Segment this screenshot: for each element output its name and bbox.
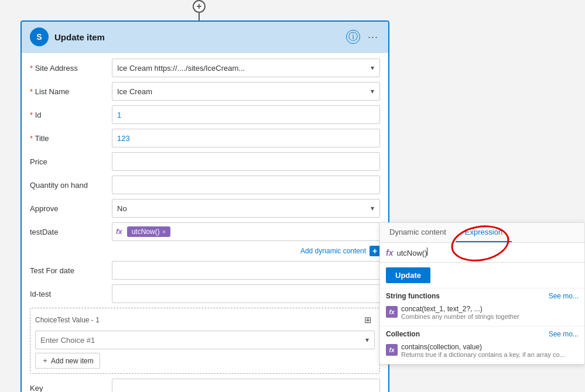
concat-function-item[interactable]: fx concat(text_1, text_2?, ...) Combines…	[386, 302, 579, 322]
expression-input-row: fx utcNow()	[380, 243, 584, 263]
contains-function-item[interactable]: fx contains(collection, value) Returns t…	[386, 341, 579, 360]
title-input[interactable]	[112, 129, 380, 147]
price-label: Price	[30, 157, 112, 166]
test-for-date-row: Test For date	[30, 261, 380, 280]
fx-small-icon: fx	[116, 228, 122, 236]
cursor-indicator	[427, 247, 427, 256]
site-address-select-wrap: Ice Cream https://..../sites/IceCream...…	[112, 59, 380, 77]
test-date-label: testDate	[30, 228, 112, 236]
site-address-row: Site Address Ice Cream https://..../site…	[30, 59, 380, 77]
site-address-label: Site Address	[30, 64, 112, 73]
choice-header: ChoiceTest Value - 1 ⊞	[35, 313, 375, 327]
tab-expression[interactable]: Expression	[456, 223, 512, 242]
avatar: S	[30, 27, 49, 46]
quantity-input[interactable]	[112, 176, 380, 194]
id-test-label: Id-test	[30, 290, 112, 298]
card-title: Update item	[54, 32, 340, 42]
collection-header: Collection See mo...	[386, 330, 579, 338]
add-dynamic-content-link[interactable]: Add dynamic content	[300, 247, 366, 255]
collection-title: Collection	[386, 330, 420, 338]
price-row: Price	[30, 152, 380, 171]
test-date-row: testDate fx utcNow() ×	[30, 222, 380, 241]
expression-input[interactable]: utcNow()	[396, 247, 579, 257]
id-row: Id	[30, 105, 380, 124]
contains-fx-icon: fx	[386, 344, 398, 356]
concat-fx-icon: fx	[386, 306, 398, 318]
test-date-input-area[interactable]: fx utcNow() ×	[112, 222, 380, 241]
approve-label: Approve	[30, 204, 112, 213]
choice-select-wrap: Enter Choice #1 ▾	[35, 331, 375, 349]
contains-function-info: contains(collection, value) Returns true…	[401, 343, 565, 358]
quantity-row: Quantity on hand	[30, 176, 380, 194]
string-functions-see-more[interactable]: See mo...	[549, 292, 579, 300]
add-new-item-button[interactable]: ＋ Add new item	[35, 353, 100, 369]
id-label: Id	[30, 111, 112, 119]
list-name-select-wrap: Ice Cream ▾	[112, 82, 380, 101]
expression-panel: Dynamic content Expression fx utcNow() U…	[379, 222, 585, 365]
list-name-select[interactable]: Ice Cream	[112, 82, 380, 101]
string-functions-header: String functions See mo...	[386, 292, 579, 300]
key-input[interactable]	[112, 379, 380, 392]
choice-section-label: ChoiceTest Value - 1	[35, 316, 100, 324]
update-item-card: S Update item ⓘ ··· Site Address Ice Cre…	[20, 20, 389, 392]
test-for-date-label: Test For date	[30, 266, 112, 275]
card-body: Site Address Ice Cream https://..../site…	[22, 53, 388, 392]
utcnow-tag[interactable]: utcNow() ×	[127, 226, 170, 237]
approve-row: Approve No Yes ▾	[30, 199, 380, 218]
list-name-label: List Name	[30, 87, 112, 96]
list-name-row: List Name Ice Cream ▾	[30, 82, 380, 101]
utcnow-close-icon[interactable]: ×	[162, 228, 166, 235]
choice-table-icon[interactable]: ⊞	[361, 313, 375, 327]
concat-function-desc: Combines any number of strings together	[401, 313, 519, 320]
choice-select[interactable]: Enter Choice #1	[35, 331, 375, 349]
add-new-plus-icon: ＋	[42, 356, 49, 366]
collection-see-more[interactable]: See mo...	[549, 330, 579, 338]
utcnow-label: utcNow()	[132, 228, 160, 236]
id-test-input[interactable]	[112, 284, 380, 303]
add-dynamic-plus-icon[interactable]: +	[370, 246, 380, 256]
id-test-row: Id-test	[30, 284, 380, 303]
choice-test-section: ChoiceTest Value - 1 ⊞ Enter Choice #1 ▾…	[30, 308, 380, 374]
contains-function-name: contains(collection, value)	[401, 343, 565, 351]
info-button[interactable]: ⓘ	[346, 30, 360, 44]
site-address-select[interactable]: Ice Cream https://..../sites/IceCream...	[112, 59, 380, 77]
dynamic-content-row: Add dynamic content +	[30, 246, 380, 256]
connector-arrow	[199, 13, 200, 21]
quantity-label: Quantity on hand	[30, 181, 112, 190]
id-input[interactable]	[112, 105, 380, 124]
string-functions-title: String functions	[386, 292, 440, 300]
string-functions-section: String functions See mo... fx concat(tex…	[380, 288, 584, 326]
price-input[interactable]	[112, 152, 380, 171]
concat-function-info: concat(text_1, text_2?, ...) Combines an…	[401, 305, 519, 320]
header-icons: ⓘ ···	[346, 30, 380, 44]
more-button[interactable]: ···	[366, 30, 380, 44]
panel-tabs: Dynamic content Expression	[380, 223, 584, 243]
title-label: Title	[30, 134, 112, 143]
expression-value: utcNow()	[396, 249, 427, 257]
key-row: Key	[30, 379, 380, 392]
top-connector: +	[193, 0, 206, 21]
title-row: Title	[30, 129, 380, 147]
concat-function-name: concat(text_1, text_2?, ...)	[401, 305, 519, 313]
add-connector-button[interactable]: +	[193, 0, 206, 13]
collection-section: Collection See mo... fx contains(collect…	[380, 326, 584, 364]
tab-dynamic-content[interactable]: Dynamic content	[380, 223, 456, 242]
approve-select[interactable]: No Yes	[112, 199, 380, 218]
test-for-date-input[interactable]	[112, 261, 380, 280]
add-new-label: Add new item	[51, 357, 94, 365]
card-header: S Update item ⓘ ···	[22, 22, 388, 53]
contains-function-desc: Returns true if a dictionary contains a …	[401, 351, 565, 358]
fx-label-icon: fx	[386, 248, 393, 257]
key-label: Key	[30, 384, 112, 393]
approve-select-wrap: No Yes ▾	[112, 199, 380, 218]
update-button[interactable]: Update	[386, 267, 430, 283]
